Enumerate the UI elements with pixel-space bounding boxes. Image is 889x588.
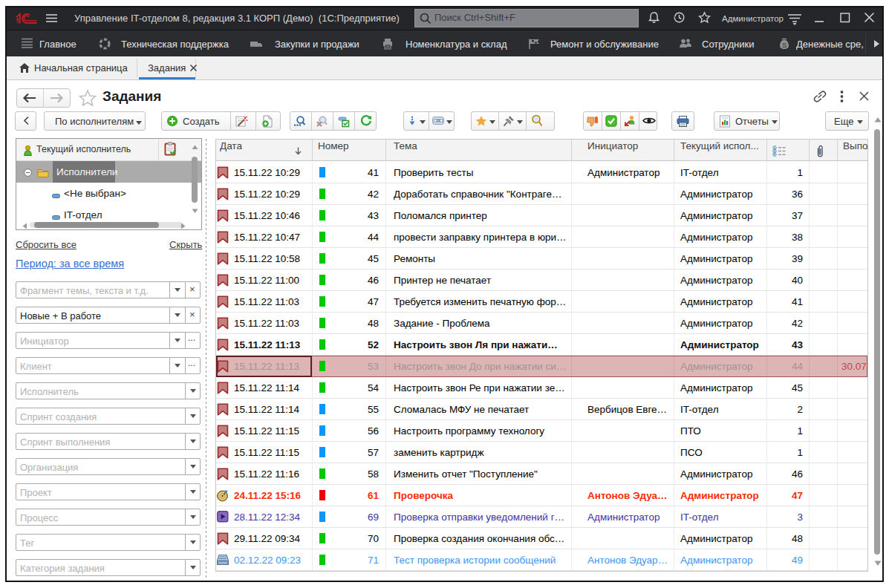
svg-text:S: S (782, 42, 787, 49)
